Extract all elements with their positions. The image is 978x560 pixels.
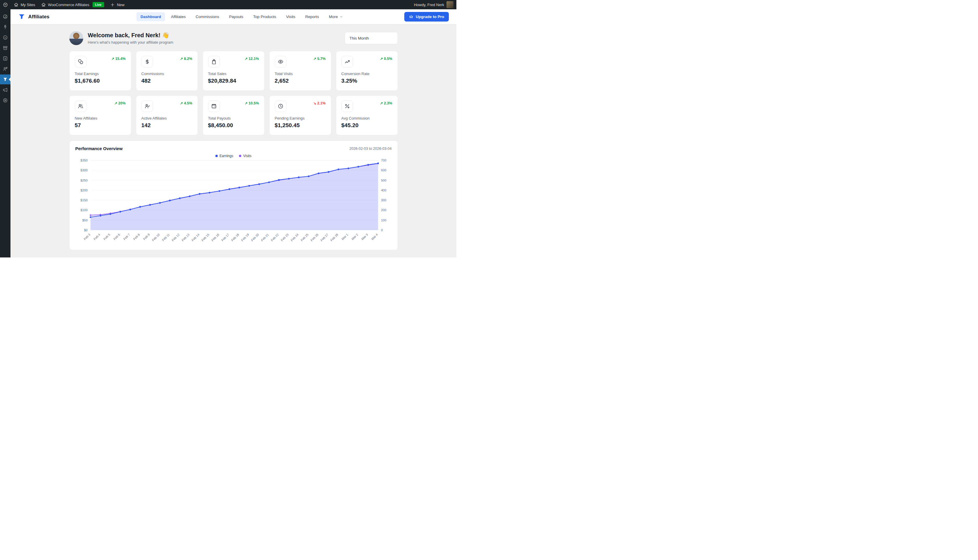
- shopping-bag-icon: [208, 56, 220, 67]
- chevron-down-icon: [339, 15, 343, 18]
- svg-text:S: S: [5, 58, 6, 60]
- stat-card-active-affiliates: ↗ 4.5%Active Affiliates142: [136, 95, 198, 135]
- stat-card-new-affiliates: ↗ 20%New Affiliates57: [69, 95, 131, 135]
- svg-text:Feb 25: Feb 25: [300, 233, 309, 242]
- site-name: WooCommerce Affiliates: [48, 3, 89, 7]
- svg-text:Feb 16: Feb 16: [210, 233, 220, 242]
- legend-visits[interactable]: Visits: [239, 154, 251, 158]
- svg-text:Feb 3: Feb 3: [83, 233, 91, 241]
- upgrade-label: Upgrade to Pro: [416, 15, 444, 19]
- stat-card-conversion-rate: ↗ 0.5%Conversion Rate3.25%: [336, 51, 398, 91]
- svg-text:Feb 26: Feb 26: [310, 233, 319, 242]
- current-site-menu[interactable]: WooCommerce Affiliates Live: [38, 0, 107, 9]
- dashboard-content: Welcome back, Fred Nerk! 👋 Here's what's…: [69, 24, 398, 250]
- sidebar-item-feedback[interactable]: [0, 64, 10, 74]
- svg-text:500: 500: [381, 178, 386, 182]
- tab-top-products[interactable]: Top Products: [249, 12, 280, 21]
- svg-text:Feb 9: Feb 9: [142, 233, 150, 241]
- wp-admin-bar: W My Sites WooCommerce Affiliates Live N…: [0, 0, 456, 9]
- percent-icon: [341, 100, 353, 112]
- period-selector[interactable]: This Month: [345, 32, 398, 44]
- svg-text:400: 400: [381, 188, 386, 192]
- svg-text:$50: $50: [82, 218, 87, 222]
- tab-more[interactable]: More: [325, 12, 347, 21]
- svg-text:Feb 12: Feb 12: [171, 233, 180, 242]
- chart-title: Performance Overview: [75, 146, 123, 151]
- trend-up-icon: ↗: [114, 101, 117, 105]
- tab-affiliates[interactable]: Affiliates: [167, 12, 190, 21]
- stat-card-total-earnings: ↗ 15.4%Total Earnings$1,676.60: [69, 51, 131, 91]
- w-logo-icon: w: [3, 35, 8, 40]
- svg-text:700: 700: [381, 158, 386, 162]
- svg-text:Feb 23: Feb 23: [280, 233, 289, 242]
- legend-dot-icon: [215, 155, 218, 157]
- sidebar-item-snippets[interactable]: S: [0, 53, 10, 63]
- stat-label: Total Payouts: [208, 116, 259, 120]
- main-area: Affiliates Dashboard Affiliates Commissi…: [10, 9, 456, 257]
- stat-value: $45.20: [341, 122, 392, 128]
- stat-label: New Affiliates: [75, 116, 126, 120]
- tab-more-label: More: [329, 15, 338, 19]
- stat-card-total-sales: ↗ 12.1%Total Sales$20,829.84: [203, 51, 265, 91]
- svg-text:$0: $0: [84, 228, 87, 232]
- svg-text:Feb 28: Feb 28: [329, 233, 339, 242]
- sidebar-item-dashboard[interactable]: [0, 12, 10, 22]
- howdy-menu[interactable]: Howdy, Fred Nerk: [414, 3, 444, 7]
- svg-text:Feb 19: Feb 19: [240, 233, 249, 242]
- svg-text:$200: $200: [80, 188, 87, 192]
- new-content-menu[interactable]: New: [107, 0, 127, 9]
- megaphone-icon: [3, 87, 8, 93]
- upgrade-to-pro-button[interactable]: Upgrade to Pro: [404, 12, 449, 22]
- wallet-icon: [208, 100, 220, 112]
- sidebar-item-affiliates-plugin[interactable]: [0, 75, 10, 84]
- affiliates-plugin-icon: [3, 77, 8, 82]
- my-sites-menu[interactable]: My Sites: [11, 0, 38, 9]
- live-badge: Live: [93, 2, 104, 7]
- sidebar-item-play-circle[interactable]: [0, 95, 10, 105]
- plugin-header: Affiliates Dashboard Affiliates Commissi…: [10, 9, 456, 24]
- svg-text:Feb 15: Feb 15: [200, 233, 210, 242]
- stat-card-avg-commission: ↗ 2.3%Avg Commission$45.20: [336, 95, 398, 135]
- users-icon: [75, 100, 87, 112]
- chart-legend: EarningsVisits: [75, 154, 392, 158]
- stat-label: Pending Earnings: [275, 116, 326, 120]
- svg-text:Feb 10: Feb 10: [151, 233, 160, 242]
- user-check-icon: [142, 100, 153, 112]
- sidebar-item-megaphone[interactable]: [0, 85, 10, 95]
- tab-reports[interactable]: Reports: [301, 12, 323, 21]
- page: W My Sites WooCommerce Affiliates Live N…: [0, 0, 456, 257]
- trend-badge: ↗ 15.4%: [111, 57, 125, 61]
- trend-up-icon: ↗: [111, 57, 114, 61]
- svg-text:Feb 6: Feb 6: [113, 233, 121, 241]
- svg-text:Feb 5: Feb 5: [103, 233, 111, 241]
- dashboard-icon: [3, 14, 8, 19]
- stat-value: 57: [75, 122, 126, 128]
- svg-text:Feb 18: Feb 18: [230, 233, 240, 242]
- svg-text:Mar 1: Mar 1: [340, 233, 349, 241]
- legend-earnings[interactable]: Earnings: [215, 154, 233, 158]
- coins-icon: [75, 56, 87, 67]
- svg-text:Feb 8: Feb 8: [132, 233, 140, 241]
- tab-payouts[interactable]: Payouts: [225, 12, 247, 21]
- sidebar-item-pin[interactable]: [0, 22, 10, 32]
- trend-up-icon: ↗: [245, 57, 247, 61]
- svg-text:0: 0: [381, 228, 383, 232]
- tab-visits[interactable]: Visits: [282, 12, 299, 21]
- sidebar-item-w-logo[interactable]: w: [0, 33, 10, 42]
- trend-badge: ↗ 20%: [114, 101, 126, 105]
- stat-label: Commissions: [142, 72, 192, 76]
- snippets-icon: S: [3, 56, 8, 61]
- page-title: Welcome back, Fred Nerk! 👋: [88, 32, 174, 39]
- tab-dashboard[interactable]: Dashboard: [137, 12, 165, 21]
- wp-logo-menu[interactable]: W: [0, 0, 11, 9]
- svg-text:Mar 3: Mar 3: [360, 233, 369, 241]
- page-subtitle: Here's what's happening with your affili…: [88, 40, 174, 45]
- pin-icon: [3, 25, 8, 30]
- svg-text:200: 200: [381, 208, 386, 212]
- dollar-icon: [142, 56, 153, 67]
- trend-up-icon: ↗: [180, 57, 183, 61]
- user-avatar[interactable]: [447, 1, 454, 8]
- sidebar-item-archive[interactable]: [0, 43, 10, 53]
- stat-value: 482: [142, 78, 192, 84]
- tab-commissions[interactable]: Commissions: [192, 12, 223, 21]
